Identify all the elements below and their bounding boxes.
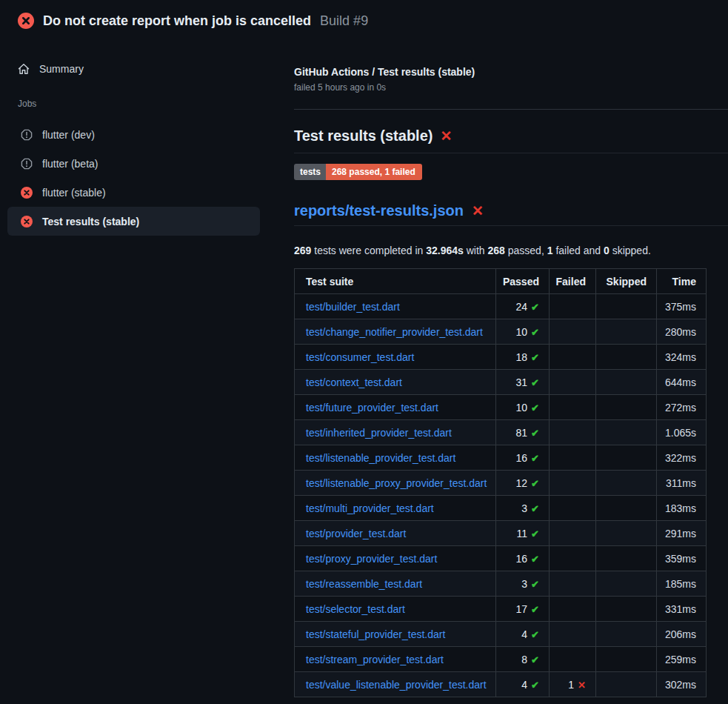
check-icon: ✔ — [531, 554, 539, 565]
table-row: test/stateful_provider_test.dart4✔206ms — [295, 622, 707, 647]
count-value: 10 — [516, 326, 528, 338]
check-icon: ✔ — [531, 302, 539, 313]
badge-label: tests — [294, 164, 326, 180]
suite-link[interactable]: test/stateful_provider_test.dart — [306, 628, 445, 640]
column-header-skipped: Skipped — [596, 269, 657, 294]
time-cell: 280ms — [657, 319, 707, 345]
summary-segment: 0 — [604, 245, 610, 256]
time-cell: 324ms — [657, 345, 707, 370]
summary-segment: tests were completed in — [311, 245, 426, 256]
breadcrumb: GitHub Actions / Test results (stable) — [294, 65, 728, 79]
check-icon: ✔ — [531, 478, 539, 489]
suite-link[interactable]: test/selector_test.dart — [306, 603, 405, 615]
check-icon: ✔ — [531, 377, 539, 388]
tests-badge: tests 268 passed, 1 failed — [294, 164, 422, 180]
time-cell: 291ms — [657, 521, 707, 546]
summary-label: Summary — [39, 63, 84, 75]
summary-segment: skipped. — [610, 245, 651, 256]
sidebar-item-flutter-dev[interactable]: flutter (dev) — [7, 120, 260, 149]
skipped-cell — [596, 420, 657, 445]
suite-link[interactable]: test/provider_test.dart — [306, 528, 406, 539]
skipped-cell — [596, 471, 657, 496]
count-value: 81 — [516, 427, 528, 439]
table-row: test/proxy_provider_test.dart16✔359ms — [295, 546, 707, 571]
count-value: 24 — [516, 301, 528, 313]
job-cancelled-icon — [21, 158, 33, 170]
suite-link[interactable]: test/change_notifier_provider_test.dart — [306, 326, 483, 338]
time-cell: 644ms — [657, 370, 707, 395]
time-cell: 359ms — [657, 546, 707, 571]
failed-cross-icon: ✕ — [440, 129, 452, 143]
summary-segment: 1 — [547, 245, 553, 256]
skipped-cell — [596, 521, 657, 546]
skipped-cell — [596, 496, 657, 521]
column-header-time: Time — [657, 269, 707, 294]
job-cancelled-icon — [21, 129, 33, 141]
skipped-cell — [596, 622, 657, 647]
sidebar-item-flutter-beta[interactable]: flutter (beta) — [7, 149, 260, 178]
time-cell: 1.065s — [657, 420, 707, 445]
suite-link[interactable]: test/listenable_provider_test.dart — [306, 452, 455, 464]
count-value: 4 — [521, 628, 527, 640]
sidebar-item-summary[interactable]: Summary — [18, 60, 84, 78]
sidebar-item-test-results-stable[interactable]: Test results (stable) — [7, 207, 260, 236]
check-icon: ✔ — [531, 528, 539, 539]
time-cell: 331ms — [657, 597, 707, 622]
suite-link[interactable]: test/inherited_provider_test.dart — [306, 427, 452, 439]
suite-link[interactable]: test/value_listenable_provider_test.dart — [306, 679, 487, 691]
skipped-cell — [596, 672, 657, 697]
check-icon: ✔ — [531, 604, 539, 615]
skipped-cell — [596, 294, 657, 319]
suite-link[interactable]: test/consumer_test.dart — [306, 351, 414, 363]
check-icon: ✔ — [531, 327, 539, 338]
job-list: flutter (dev) flutter (beta) flutter (st… — [7, 120, 260, 236]
table-row: test/listenable_proxy_provider_test.dart… — [295, 471, 707, 496]
suite-link[interactable]: test/multi_provider_test.dart — [306, 502, 434, 514]
time-cell: 272ms — [657, 395, 707, 420]
check-icon: ✔ — [531, 503, 539, 514]
count-value: 3 — [521, 578, 527, 590]
sidebar-item-flutter-stable[interactable]: flutter (stable) — [7, 178, 260, 207]
jobs-section-label: Jobs — [18, 99, 36, 109]
check-icon: ✔ — [531, 428, 539, 439]
table-row: test/multi_provider_test.dart3✔183ms — [295, 496, 707, 521]
suite-link[interactable]: test/context_test.dart — [306, 376, 402, 388]
count-value: 4 — [521, 679, 527, 691]
skipped-cell — [596, 546, 657, 571]
table-row: test/stream_provider_test.dart8✔259ms — [295, 647, 707, 672]
summary-segment: 269 — [294, 245, 311, 256]
skipped-cell — [596, 370, 657, 395]
job-label: flutter (dev) — [42, 129, 95, 141]
suite-link[interactable]: test/reassemble_test.dart — [306, 578, 422, 590]
summary-segment: failed and — [553, 245, 604, 256]
job-failed-icon — [21, 187, 33, 199]
run-failed-icon — [18, 13, 34, 29]
time-cell: 322ms — [657, 445, 707, 471]
suite-link[interactable]: test/proxy_provider_test.dart — [306, 553, 437, 565]
suite-link[interactable]: test/listenable_proxy_provider_test.dart — [306, 477, 487, 489]
suite-link[interactable]: test/builder_test.dart — [306, 301, 400, 313]
suite-link[interactable]: test/future_provider_test.dart — [306, 402, 438, 414]
time-cell: 206ms — [657, 622, 707, 647]
check-icon: ✔ — [531, 654, 539, 665]
time-cell: 375ms — [657, 294, 707, 319]
run-title: Do not create report when job is cancell… — [43, 13, 311, 29]
count-value: 17 — [516, 603, 528, 615]
summary-segment: passed, — [505, 245, 547, 256]
job-failed-icon — [21, 216, 33, 228]
badge-value: 268 passed, 1 failed — [326, 164, 422, 180]
table-row: test/change_notifier_provider_test.dart1… — [295, 319, 707, 345]
suite-link[interactable]: test/stream_provider_test.dart — [306, 654, 444, 665]
test-results-table: Test suite Passed Failed Skipped Time te… — [294, 268, 707, 697]
table-row: test/provider_test.dart11✔291ms — [295, 521, 707, 546]
check-title: Test results (stable) — [294, 127, 433, 145]
check-icon: ✔ — [531, 680, 539, 691]
summary-segment: with — [464, 245, 488, 256]
section-divider — [294, 109, 728, 110]
count-value: 18 — [516, 351, 528, 363]
report-file-link[interactable]: reports/test-results.json — [294, 202, 464, 219]
failed-cross-icon: ✕ — [472, 204, 484, 218]
table-header-row: Test suite Passed Failed Skipped Time — [295, 269, 707, 294]
job-label: flutter (stable) — [42, 187, 106, 199]
count-value: 1 — [568, 679, 574, 691]
